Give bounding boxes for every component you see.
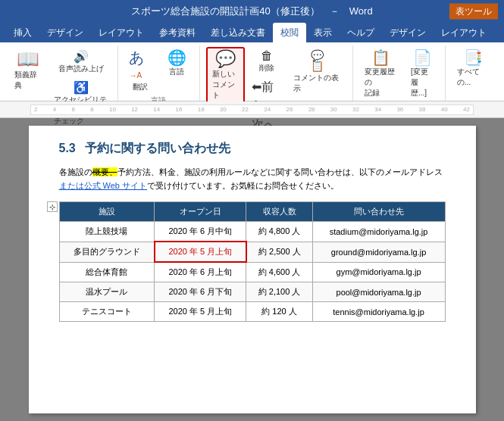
tab-review[interactable]: 校閲: [273, 23, 306, 42]
tab-insert[interactable]: 挿入: [6, 23, 39, 42]
new-comment-button[interactable]: 💬 新しいコメント: [206, 47, 246, 104]
table-cell-3-1: 2020 年 6 月下旬: [155, 282, 246, 302]
tab-help[interactable]: ヘルプ: [340, 23, 382, 42]
delete-icon: 🗑: [261, 49, 273, 63]
table-cell-2-1: 2020 年 6 月上旬: [155, 262, 246, 282]
track-changes-more-button[interactable]: 📄 [変更履歴...]: [405, 47, 439, 101]
tab-table-layout[interactable]: レイアウト: [434, 23, 494, 42]
table-cell-1-3: ground@midoriyama.lg.jp: [312, 242, 445, 262]
table-cell-1-2: 約 2,500 人: [246, 242, 312, 262]
show-comments-button[interactable]: 💬📋 コメントの表示: [288, 47, 346, 97]
body-text-2: 予約方法、料金、施設の利用ルールなどに関する問い合わせは、以下のメールアドレス: [117, 167, 443, 176]
ruler-content: 24681012141618202224262830323436384042: [30, 104, 474, 115]
track-changes-button[interactable]: 📋 変更履歴の記録: [359, 47, 402, 101]
table-cell-0-0: 陸上競技場: [59, 222, 155, 242]
col-capacity: 収容人数: [246, 202, 312, 222]
ribbon-group-comment: 💬 新しいコメント 🗑 削除 ⬅前へ 次へ➡ 💬📋 コメントの表示: [200, 45, 354, 101]
col-open-date: オープン日: [155, 202, 246, 222]
col-facility: 施設: [59, 202, 155, 222]
show-comments-icon: 💬📋: [311, 50, 324, 71]
translate-icon: あ→A: [129, 50, 152, 80]
show-all-button[interactable]: 📑 すべての...: [452, 47, 495, 91]
table-tools-label: 表ツール: [449, 4, 498, 20]
body-text-3: で受け付けています。お気軽にお問合せください。: [147, 181, 339, 190]
table-move-handle[interactable]: ⊹: [47, 201, 58, 212]
body-text-1: 各施設の: [59, 167, 92, 176]
document-title: スポーツ総合施設の開設計画40（修正後） － Word: [131, 5, 372, 18]
table-cell-1-0: 多目的グラウンド: [59, 242, 155, 262]
ruler-marks: 24681012141618202224262830323436384042: [34, 106, 470, 113]
table-cell-2-2: 約 4,600 人: [246, 262, 312, 282]
table-cell-3-3: pool@midoriyama.lg.jp: [312, 282, 445, 302]
tab-layout[interactable]: レイアウト: [91, 23, 152, 42]
section-title: 5.3 予約に関する問い合わせ先: [59, 141, 446, 157]
translate-button[interactable]: あ→A 翻訳: [124, 47, 157, 95]
col-contact: 問い合わせ先: [312, 202, 445, 222]
tab-view[interactable]: 表示: [306, 23, 340, 42]
ribbon-group-tracking: 📋 変更履歴の記録 📄 [変更履歴...] 変更履歴: [353, 45, 446, 101]
table-cell-0-2: 約 4,800 人: [246, 222, 312, 242]
ribbon-group-language: あ→A 翻訳 🌐 言語 言語: [118, 45, 199, 101]
table-cell-3-0: 温水プール: [59, 282, 155, 302]
thesaurus-button[interactable]: 📖 類義辞典: [9, 47, 47, 94]
tab-references[interactable]: 参考資料: [152, 23, 203, 42]
track-changes-icon: 📋: [371, 50, 390, 65]
tab-table-design[interactable]: デザイン: [382, 23, 434, 42]
show-all-label: すべての...: [457, 67, 490, 88]
document-page: 5.3 予約に関する問い合わせ先 各施設の概要、予約方法、料金、施設の利用ルール…: [29, 126, 476, 413]
ribbon-group-all: 📑 すべての...: [446, 45, 501, 101]
table-cell-4-2: 約 120 人: [246, 302, 312, 322]
table-cell-4-3: tennis@midoriyama.lg.jp: [312, 302, 445, 322]
language-buttons: あ→A 翻訳 🌐 言語: [124, 47, 193, 95]
tracking-buttons: 📋 変更履歴の記録 📄 [変更履歴...]: [359, 47, 439, 101]
ribbon-group-voice: 📖 類義辞典 🔊 音声読み上げ ♿ アクセシビリティチェック 音声読み...: [3, 45, 118, 101]
language-icon: 🌐: [167, 50, 186, 65]
ruler: 24681012141618202224262830323436384042: [0, 101, 504, 118]
table-row: 陸上競技場2020 年 6 月中旬約 4,800 人stadium@midori…: [59, 222, 445, 242]
show-comments-label: コメントの表示: [293, 73, 341, 94]
thesaurus-label: 類義辞典: [14, 70, 42, 91]
body-paragraph: 各施設の概要、予約方法、料金、施設の利用ルールなどに関する問い合わせは、以下のメ…: [59, 166, 446, 192]
ribbon: 📖 類義辞典 🔊 音声読み上げ ♿ アクセシビリティチェック 音声読み... あ…: [0, 42, 504, 101]
facilities-table: 施設 オープン日 収容人数 問い合わせ先 陸上競技場2020 年 6 月中旬約 …: [59, 201, 446, 322]
section-title-text: 予約に関する問い合わせ先: [85, 142, 230, 154]
delete-label: 削除: [259, 63, 274, 73]
document-area: 5.3 予約に関する問い合わせ先 各施設の概要、予約方法、料金、施設の利用ルール…: [0, 118, 504, 421]
track-more-label: [変更履歴...]: [411, 67, 434, 98]
table-cell-4-0: テニスコート: [59, 302, 155, 322]
translate-label: 翻訳: [133, 82, 148, 92]
new-comment-label: 新しいコメント: [212, 69, 239, 101]
table-cell-4-1: 2020 年 5 月上旬: [155, 302, 246, 322]
table-cell-0-3: stadium@midoriyama.lg.jp: [312, 222, 445, 242]
table-cell-0-1: 2020 年 6 月中旬: [155, 222, 246, 242]
ribbon-tabs: 挿入 デザイン レイアウト 参考資料 差し込み文書 校閲 表示 ヘルプ デザイン…: [0, 23, 504, 42]
tab-design[interactable]: デザイン: [39, 23, 91, 42]
all-buttons: 📑 すべての...: [452, 47, 495, 98]
language-label: 言語: [169, 67, 184, 77]
read-aloud-button[interactable]: 🔊 音声読み上げ: [50, 47, 111, 76]
track-changes-label: 変更履歴の記録: [365, 67, 397, 98]
table-row: 総合体育館2020 年 6 月上旬約 4,600 人gym@midoriyama…: [59, 262, 445, 282]
new-comment-icon: 💬: [215, 51, 236, 67]
data-table-wrapper: ⊹ 施設 オープン日 収容人数 問い合わせ先 陸上競技場2020 年 6 月中旬…: [59, 201, 446, 322]
table-cell-2-0: 総合体育館: [59, 262, 155, 282]
track-more-icon: 📄: [413, 50, 432, 65]
read-aloud-label: 音声読み上げ: [58, 64, 104, 74]
table-cell-1-1: 2020 年 5 月上旬: [155, 242, 246, 262]
highlighted-word: 概要、: [92, 167, 117, 176]
show-all-icon: 📑: [464, 50, 483, 65]
tab-mailings[interactable]: 差し込み文書: [203, 23, 273, 42]
table-cell-3-2: 約 2,100 人: [246, 282, 312, 302]
website-link[interactable]: または公式 Web サイト: [59, 181, 148, 190]
section-number: 5.3: [59, 142, 76, 154]
table-row: テニスコート2020 年 5 月上旬約 120 人tennis@midoriya…: [59, 302, 445, 322]
table-cell-2-3: gym@midoriyama.lg.jp: [312, 262, 445, 282]
language-button[interactable]: 🌐 言語: [160, 47, 193, 80]
table-header-row: 施設 オープン日 収容人数 問い合わせ先: [59, 202, 445, 222]
title-bar: スポーツ総合施設の開設計画40（修正後） － Word 表ツール: [0, 0, 504, 23]
delete-comment-button[interactable]: 🗑 削除: [248, 47, 285, 76]
accessibility-icon: ♿: [74, 80, 89, 95]
thesaurus-icon: 📖: [17, 50, 39, 68]
read-aloud-icon: 🔊: [74, 49, 89, 64]
table-row: 温水プール2020 年 6 月下旬約 2,100 人pool@midoriyam…: [59, 282, 445, 302]
